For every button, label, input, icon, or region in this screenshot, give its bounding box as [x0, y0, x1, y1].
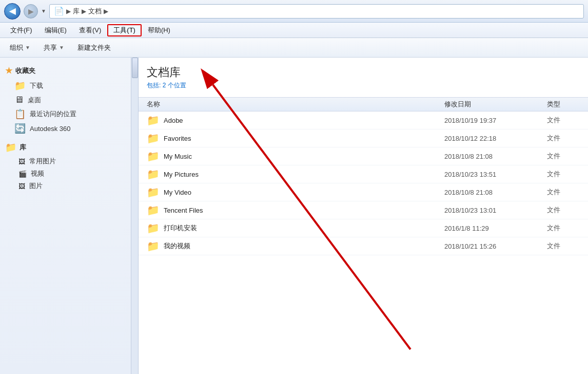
scrollbar-thumb[interactable]	[132, 58, 138, 78]
file-name: My Pictures	[164, 171, 444, 178]
sidebar: ★ 收藏夹 📁 下载 🖥 桌面 📋 最近访问的位置 🔄 Autodesk 360…	[0, 58, 139, 374]
file-type: 文件	[547, 170, 588, 179]
file-area-header: 文档库 包括: 2 个位置	[139, 58, 588, 93]
toolbar: 组织 ▼ 共享 ▼ 新建文件夹	[0, 38, 588, 58]
file-area: 文档库 包括: 2 个位置 名称 修改日期 类型 📁Adobe2018/10/1…	[139, 58, 588, 374]
star-icon: ★	[5, 66, 12, 76]
share-dropdown-icon: ▼	[59, 45, 64, 50]
favorites-title: 收藏夹	[15, 66, 35, 76]
desktop-icon: 🖥	[14, 95, 24, 105]
library-title-main: 文档库	[147, 65, 580, 80]
common-pictures-icon: 🖼	[18, 158, 25, 165]
file-date: 2018/10/23 13:51	[444, 171, 547, 178]
folder-icon: 📁	[147, 132, 160, 144]
share-button[interactable]: 共享 ▼	[38, 41, 70, 55]
file-row[interactable]: 📁我的视频2018/10/21 15:26文件	[139, 237, 588, 255]
sidebar-item-desktop[interactable]: 🖥 桌面	[4, 93, 129, 107]
library-subtitle[interactable]: 包括: 2 个位置	[147, 81, 580, 90]
library-folder-icon: 📁	[5, 142, 16, 153]
sidebar-content: ★ 收藏夹 📁 下载 🖥 桌面 📋 最近访问的位置 🔄 Autodesk 360…	[0, 58, 131, 196]
sidebar-item-downloads[interactable]: 📁 下载	[4, 79, 129, 93]
file-date: 2018/10/19 19:37	[444, 117, 547, 124]
sidebar-item-common-pictures-label: 常用图片	[29, 157, 56, 166]
sidebar-scrollbar[interactable]	[131, 58, 138, 374]
menu-view[interactable]: 查看(V)	[73, 24, 107, 36]
file-date: 2018/10/21 15:26	[444, 242, 547, 250]
sidebar-item-autodesk-label: Autodesk 360	[30, 125, 71, 133]
file-name: My Video	[164, 189, 444, 196]
back-button[interactable]: ◀	[4, 3, 21, 20]
organize-dropdown-icon: ▼	[25, 45, 30, 50]
doc-icon: 📄	[54, 6, 64, 16]
file-name: Favorites	[164, 135, 444, 142]
forward-icon: ▶	[28, 7, 34, 15]
sidebar-item-desktop-label: 桌面	[28, 96, 41, 105]
file-name: Adobe	[164, 117, 444, 124]
organize-button[interactable]: 组织 ▼	[4, 41, 36, 55]
menu-edit[interactable]: 编辑(E)	[38, 24, 73, 36]
file-name: Tencent Files	[164, 207, 444, 214]
folder-icon-downloads: 📁	[14, 80, 26, 91]
file-type: 文件	[547, 152, 588, 161]
library-title: 库	[19, 143, 26, 152]
file-row[interactable]: 📁Tencent Files2018/10/23 13:01文件	[139, 201, 588, 219]
share-label: 共享	[44, 43, 57, 52]
file-date: 2018/10/12 22:18	[444, 135, 547, 142]
sidebar-item-videos[interactable]: 🎬 视频	[4, 167, 129, 180]
folder-icon: 📁	[147, 150, 160, 162]
back-icon: ◀	[9, 6, 15, 16]
menu-file[interactable]: 文件(F)	[4, 24, 38, 36]
sidebar-item-recent-label: 最近访问的位置	[30, 109, 76, 119]
file-name: 打印机安装	[164, 223, 444, 233]
col-date-header[interactable]: 修改日期	[444, 100, 547, 109]
file-name: 我的视频	[164, 241, 444, 251]
recent-icon: 📋	[14, 108, 26, 120]
file-date: 2018/10/23 13:01	[444, 207, 547, 214]
breadcrumb-sep-1: ▶	[66, 8, 71, 15]
sidebar-item-common-pictures[interactable]: 🖼 常用图片	[4, 155, 129, 167]
menu-tools[interactable]: 工具(T)	[107, 24, 142, 36]
breadcrumb-sep-2: ▶	[82, 8, 86, 15]
file-row[interactable]: 📁My Pictures2018/10/23 13:51文件	[139, 165, 588, 183]
breadcrumb-crumb-1[interactable]: 库	[73, 7, 80, 16]
file-name: My Music	[164, 153, 444, 160]
file-row[interactable]: 📁Favorites2018/10/12 22:18文件	[139, 129, 588, 147]
forward-button[interactable]: ▶	[24, 4, 38, 18]
new-folder-button[interactable]: 新建文件夹	[72, 41, 116, 55]
address-path[interactable]: 📄 ▶ 库 ▶ 文档 ▶	[49, 4, 584, 18]
folder-icon: 📁	[147, 114, 160, 126]
file-type: 文件	[547, 116, 588, 125]
main-content: ★ 收藏夹 📁 下载 🖥 桌面 📋 最近访问的位置 🔄 Autodesk 360…	[0, 58, 588, 374]
breadcrumb-crumb-2[interactable]: 文档	[88, 7, 102, 16]
pictures-icon: 🖼	[18, 182, 25, 190]
favorites-section-title: ★ 收藏夹	[4, 66, 129, 76]
file-type: 文件	[547, 241, 588, 251]
file-type: 文件	[547, 223, 588, 233]
breadcrumb-sep-3: ▶	[104, 8, 108, 15]
sidebar-item-pictures[interactable]: 🖼 图片	[4, 180, 129, 192]
sidebar-item-pictures-label: 图片	[29, 181, 43, 191]
folder-icon: 📁	[147, 204, 160, 216]
menu-bar: 文件(F) 编辑(E) 查看(V) 工具(T) 帮助(H)	[0, 23, 588, 38]
file-row[interactable]: 📁My Music2018/10/8 21:08文件	[139, 147, 588, 165]
folder-icon: 📁	[147, 186, 160, 198]
sidebar-item-downloads-label: 下载	[30, 81, 43, 90]
file-date: 2018/10/8 21:08	[444, 153, 547, 160]
address-bar: ◀ ▶ ▼ 📄 ▶ 库 ▶ 文档 ▶	[0, 0, 588, 23]
file-row[interactable]: 📁打印机安装2016/1/8 11:29文件	[139, 219, 588, 237]
col-type-header[interactable]: 类型	[547, 100, 588, 109]
file-row[interactable]: 📁My Video2018/10/8 21:08文件	[139, 183, 588, 201]
new-folder-label: 新建文件夹	[77, 43, 111, 52]
file-list: 📁Adobe2018/10/19 19:37文件📁Favorites2018/1…	[139, 111, 588, 255]
nav-dropdown[interactable]: ▼	[41, 8, 46, 14]
file-type: 文件	[547, 205, 588, 215]
sidebar-item-autodesk[interactable]: 🔄 Autodesk 360	[4, 121, 129, 136]
folder-icon: 📁	[147, 240, 160, 252]
col-name-header[interactable]: 名称	[139, 100, 444, 109]
file-row[interactable]: 📁Adobe2018/10/19 19:37文件	[139, 111, 588, 129]
file-type: 文件	[547, 188, 588, 197]
folder-icon: 📁	[147, 222, 160, 234]
sidebar-item-recent[interactable]: 📋 最近访问的位置	[4, 107, 129, 121]
autodesk-icon: 🔄	[14, 123, 26, 134]
menu-help[interactable]: 帮助(H)	[142, 24, 177, 36]
